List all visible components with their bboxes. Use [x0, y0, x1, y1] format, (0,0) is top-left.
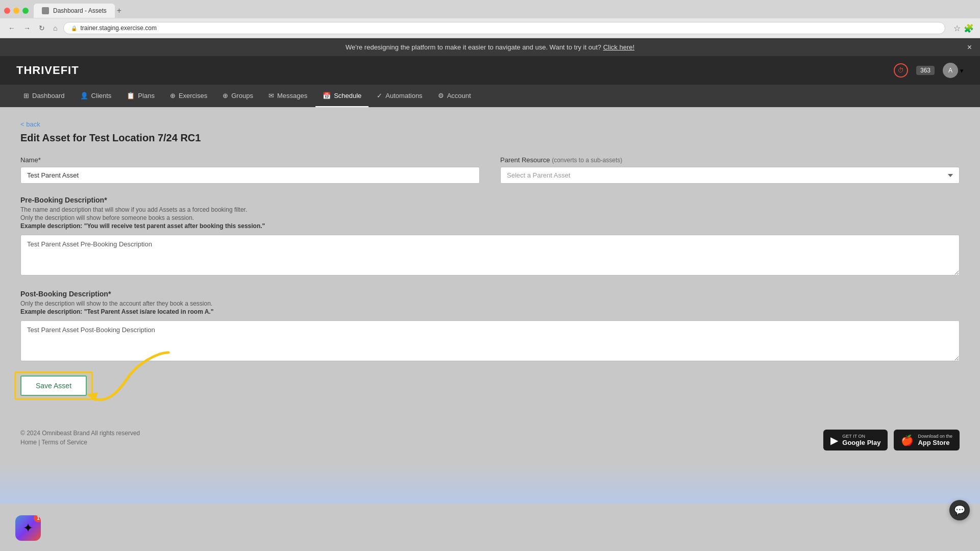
name-label: Name*	[20, 156, 480, 164]
footer-copyright: © 2024 Omnibeast Brand All rights reserv…	[20, 430, 140, 437]
new-tab-button[interactable]: +	[117, 6, 121, 15]
footer-tos-link[interactable]: Terms of Service	[42, 439, 87, 446]
reload-button[interactable]: ↻	[37, 23, 47, 33]
back-link[interactable]: < back	[20, 120, 40, 128]
pre-booking-title: Pre-Booking Description*	[20, 196, 960, 204]
post-booking-section: Post-Booking Description* Only the descr…	[20, 290, 960, 363]
tab-bar: Dashboard - Assets +	[0, 0, 980, 18]
pre-booking-desc2: Only the description will show before so…	[20, 214, 960, 221]
save-asset-button[interactable]: Save Asset	[20, 375, 87, 396]
banner-link[interactable]: Click here!	[603, 43, 634, 51]
footer-left: © 2024 Omnibeast Brand All rights reserv…	[20, 430, 140, 446]
avatar: A	[943, 63, 958, 78]
google-play-text: GET IT ON Google Play	[842, 434, 880, 446]
page-title: Edit Asset for Test Location 7/24 RC1	[20, 132, 960, 144]
avatar-dropdown-icon: ▾	[960, 67, 964, 74]
automations-icon: ✓	[377, 92, 382, 99]
app-store-badge[interactable]: 🍎 Download on the App Store	[894, 430, 960, 450]
redesign-banner: We're redesigning the platform to make i…	[0, 38, 980, 56]
save-button-area: Save Asset	[20, 375, 87, 396]
nav-item-account[interactable]: ⚙ Account	[431, 85, 478, 107]
exercises-icon: ⊕	[170, 92, 176, 99]
app-store-text: Download on the App Store	[918, 434, 952, 446]
parent-resource-sublabel: (converts to a sub-assets)	[552, 157, 622, 164]
ssl-icon: 🔒	[71, 26, 77, 31]
tab-title: Dashboard - Assets	[53, 7, 107, 14]
parent-resource-label: Parent Resource (converts to a sub-asset…	[500, 156, 960, 164]
url-bar[interactable]: 🔒 trainer.staging.exercise.com	[63, 22, 945, 34]
post-booking-title: Post-Booking Description*	[20, 290, 960, 298]
url-text: trainer.staging.exercise.com	[80, 24, 156, 32]
schedule-icon: 📅	[323, 92, 331, 99]
apple-icon: 🍎	[901, 434, 914, 446]
bookmark-button[interactable]: ☆	[953, 23, 961, 33]
parent-resource-group: Parent Resource (converts to a sub-asset…	[500, 156, 960, 184]
notification-badge[interactable]: 363	[916, 66, 935, 75]
groups-icon: ⊕	[223, 92, 228, 99]
site-logo[interactable]: THRIVEFIT	[16, 64, 79, 77]
banner-close-button[interactable]: ×	[967, 43, 972, 52]
pre-booking-section: Pre-Booking Description* The name and de…	[20, 196, 960, 278]
chat-button[interactable]: 💬	[949, 500, 970, 520]
pre-booking-example: Example description: "You will receive t…	[20, 222, 960, 230]
pre-booking-desc1: The name and description that will show …	[20, 206, 960, 213]
dashboard-icon: ⊞	[23, 92, 29, 99]
footer-home-link[interactable]: Home	[20, 439, 37, 446]
nav-item-messages[interactable]: ✉ Messages	[261, 85, 314, 107]
nav-item-dashboard[interactable]: ⊞ Dashboard	[16, 85, 72, 107]
dock-app-symbol: ✦	[23, 521, 33, 535]
close-window-btn[interactable]	[4, 8, 10, 14]
site-nav: ⊞ Dashboard 👤 Clients 📋 Plans ⊕ Exercise…	[0, 85, 980, 107]
back-button[interactable]: ←	[6, 23, 17, 33]
extensions-button[interactable]: 🧩	[964, 23, 974, 33]
active-tab[interactable]: Dashboard - Assets	[34, 4, 115, 18]
post-booking-desc: Only the description will show to the ac…	[20, 300, 960, 307]
name-parent-row: Name* Parent Resource (converts to a sub…	[20, 156, 960, 184]
timer-button[interactable]: ⏱	[894, 63, 908, 78]
post-booking-example: Example description: "Test Parent Asset …	[20, 308, 960, 315]
browser-action-buttons: ☆ 🧩	[953, 23, 974, 33]
window-controls	[4, 8, 29, 14]
minimize-window-btn[interactable]	[13, 8, 19, 14]
nav-item-plans[interactable]: 📋 Plans	[119, 85, 162, 107]
forward-button[interactable]: →	[21, 23, 33, 33]
footer-links: Home | Terms of Service	[20, 439, 140, 446]
google-play-icon: ▶	[830, 434, 838, 446]
pre-booking-textarea[interactable]: Test Parent Asset Pre-Booking Descriptio…	[20, 235, 960, 276]
parent-resource-select[interactable]: Select a Parent Asset	[500, 167, 960, 184]
nav-item-exercises[interactable]: ⊕ Exercises	[163, 85, 214, 107]
footer-stores: ▶ GET IT ON Google Play 🍎 Download on th…	[823, 430, 960, 450]
dock-app-icon[interactable]: ✦ 1	[15, 515, 41, 541]
nav-item-clients[interactable]: 👤 Clients	[73, 85, 119, 107]
nav-item-schedule[interactable]: 📅 Schedule	[315, 85, 369, 107]
messages-icon: ✉	[268, 92, 274, 99]
plans-icon: 📋	[127, 92, 135, 99]
post-booking-textarea[interactable]: Test Parent Asset Post-Booking Descripti…	[20, 320, 960, 361]
bottom-gradient	[0, 463, 980, 504]
nav-item-automations[interactable]: ✓ Automations	[370, 85, 429, 107]
maximize-window-btn[interactable]	[22, 8, 29, 14]
timer-icon: ⏱	[894, 63, 908, 78]
main-content: < back Edit Asset for Test Location 7/24…	[0, 107, 980, 413]
browser-chrome: Dashboard - Assets + ← → ↻ ⌂ 🔒 trainer.s…	[0, 0, 980, 38]
chat-icon: 💬	[954, 505, 965, 516]
site-header: THRIVEFIT ⏱ 363 A ▾	[0, 56, 980, 85]
clients-icon: 👤	[80, 92, 88, 99]
site-footer: © 2024 Omnibeast Brand All rights reserv…	[0, 413, 980, 463]
nav-item-groups[interactable]: ⊕ Groups	[215, 85, 260, 107]
header-right: ⏱ 363 A ▾	[894, 63, 964, 78]
name-input[interactable]	[20, 167, 480, 184]
account-icon: ⚙	[438, 92, 444, 99]
user-avatar-button[interactable]: A ▾	[943, 63, 964, 78]
home-button[interactable]: ⌂	[51, 23, 59, 33]
name-field-group: Name*	[20, 156, 480, 184]
tab-favicon	[42, 7, 49, 14]
svg-marker-0	[87, 392, 98, 402]
google-play-badge[interactable]: ▶ GET IT ON Google Play	[823, 430, 888, 450]
banner-text: We're redesigning the platform to make i…	[346, 43, 601, 51]
address-bar: ← → ↻ ⌂ 🔒 trainer.staging.exercise.com ☆…	[0, 18, 980, 38]
